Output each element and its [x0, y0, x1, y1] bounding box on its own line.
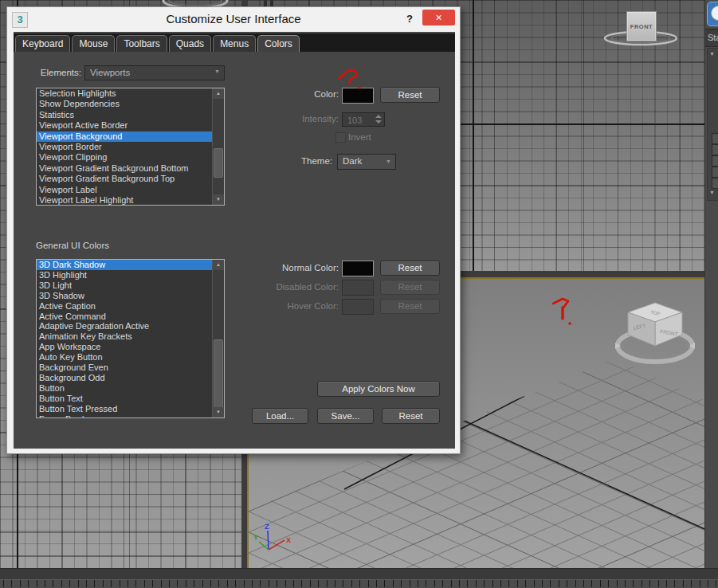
dialog-tabs: KeyboardMouseToolbarsQuadsMenusColors	[14, 33, 455, 52]
tick-mark	[327, 580, 328, 587]
timeline-bar[interactable]	[0, 568, 718, 588]
side-panel-label[interactable]: Sta	[705, 29, 718, 47]
reset-button[interactable]: Reset	[382, 408, 440, 424]
ui-color-item-active-command[interactable]: Active Command	[37, 312, 212, 322]
element-item-viewport-clipping[interactable]: Viewport Clipping	[37, 152, 212, 163]
color-swatch[interactable]	[342, 88, 374, 104]
tab-mouse[interactable]: Mouse	[72, 35, 115, 52]
element-item-viewport-label[interactable]: Viewport Label	[37, 185, 212, 195]
ui-color-item-app-workspace[interactable]: App Workspace	[37, 342, 212, 352]
tick-mark	[3, 580, 4, 587]
side-tab[interactable]	[712, 167, 718, 178]
scroll-down-icon[interactable]: ▼	[213, 407, 224, 417]
element-item-viewport-gradient-background-top[interactable]: Viewport Gradient Background Top	[37, 174, 212, 184]
tick-mark	[86, 580, 87, 587]
tab-toolbars[interactable]: Toolbars	[116, 35, 167, 52]
ui-color-item-3d-dark-shadow[interactable]: 3D Dark Shadow	[37, 260, 212, 270]
spinner-arrows-icon[interactable]	[375, 115, 382, 123]
side-tab[interactable]	[712, 178, 718, 189]
tick-mark	[144, 580, 145, 587]
tick-mark	[410, 580, 410, 587]
tick-mark	[227, 580, 228, 587]
help-button[interactable]: ?	[403, 11, 416, 27]
tick-mark	[128, 580, 128, 587]
general-ui-scrollbar[interactable]: ▲ ▼	[212, 260, 224, 417]
apply-colors-now-button[interactable]: Apply Colors Now	[317, 381, 440, 397]
tick-mark	[625, 580, 626, 587]
tick-mark	[633, 580, 634, 587]
tick-mark	[517, 580, 518, 587]
tick-mark	[152, 580, 153, 587]
ui-color-item-button-text[interactable]: Button Text	[37, 394, 212, 404]
element-item-selection-highlights[interactable]: Selection Highlights	[37, 88, 212, 99]
elements-list: Selection HighlightsShow DependenciesSta…	[37, 88, 212, 205]
ui-color-item-focus-border[interactable]: Focus Border	[37, 414, 212, 417]
tick-mark	[591, 580, 592, 587]
tick-mark	[567, 580, 567, 587]
tab-quads[interactable]: Quads	[169, 35, 211, 52]
ui-color-item-button-text-pressed[interactable]: Button Text Pressed	[37, 404, 212, 414]
close-button[interactable]: ✕	[422, 10, 455, 25]
side-tab[interactable]	[712, 155, 718, 167]
viewcube-3d[interactable]: TOP LEFT FRONT	[614, 296, 698, 370]
tab-colors[interactable]: Colors	[257, 35, 300, 52]
element-item-viewport-label-highlight[interactable]: Viewport Label Highlight	[37, 195, 212, 205]
chevron-down-icon[interactable]: ▼	[709, 190, 715, 195]
tick-mark	[583, 580, 584, 587]
tick-mark	[94, 580, 95, 587]
tick-mark	[708, 580, 708, 587]
tick-mark	[277, 580, 277, 587]
ui-color-item-animation-key-brackets[interactable]: Animation Key Brackets	[37, 331, 212, 342]
tick-mark	[700, 580, 700, 587]
load-button[interactable]: Load...	[252, 408, 308, 424]
tick-mark	[69, 580, 70, 587]
theme-dropdown[interactable]: Dark ▼	[337, 154, 396, 170]
ui-color-item-3d-light[interactable]: 3D Light	[37, 280, 212, 291]
track-bar-ticks[interactable]	[0, 579, 718, 588]
element-item-viewport-background[interactable]: Viewport Background	[37, 131, 212, 142]
tick-mark	[393, 580, 394, 587]
chevron-down-icon[interactable]: ▼	[709, 51, 715, 57]
ui-color-item-3d-highlight[interactable]: 3D Highlight	[37, 270, 212, 280]
element-item-viewport-gradient-background-bottom[interactable]: Viewport Gradient Background Bottom	[37, 163, 212, 174]
side-tab[interactable]	[712, 144, 718, 155]
ui-color-item-button[interactable]: Button	[37, 383, 212, 394]
theme-dropdown-value: Dark	[343, 156, 362, 166]
grid-line	[583, 0, 584, 271]
intensity-spinner[interactable]: 103	[342, 112, 385, 127]
tick-mark	[484, 580, 485, 587]
ui-color-item-auto-key-button[interactable]: Auto Key Button	[37, 352, 212, 363]
scroll-down-icon[interactable]: ▼	[213, 194, 224, 205]
viewcube-front[interactable]: FRONT	[626, 11, 657, 41]
scrollbar-thumb[interactable]	[214, 148, 223, 178]
ui-color-item-background-even[interactable]: Background Even	[37, 363, 212, 373]
tab-keyboard[interactable]: Keyboard	[15, 35, 70, 52]
side-tab[interactable]	[712, 133, 718, 144]
element-item-viewport-border[interactable]: Viewport Border	[37, 142, 212, 152]
normal-color-swatch[interactable]	[342, 261, 374, 276]
ui-color-item-background-odd[interactable]: Background Odd	[37, 373, 212, 383]
ui-color-item-3d-shadow[interactable]: 3D Shadow	[37, 291, 212, 301]
invert-checkbox[interactable]	[335, 132, 346, 143]
element-item-show-dependencies[interactable]: Show Dependencies	[37, 99, 212, 109]
save-button[interactable]: Save...	[317, 408, 374, 424]
dialog-titlebar[interactable]: 3 Customize User Interface ? ✕	[7, 7, 460, 32]
tab-menus[interactable]: Menus	[213, 35, 256, 52]
scroll-up-icon[interactable]: ▲	[213, 88, 224, 99]
customize-ui-dialog: 3 Customize User Interface ? ✕ KeyboardM…	[6, 6, 461, 454]
material-button[interactable]	[707, 2, 718, 26]
tick-mark	[451, 580, 452, 587]
color-reset-button[interactable]: Reset	[380, 87, 440, 103]
elements-scrollbar[interactable]: ▲ ▼	[212, 88, 224, 205]
3dsmax-application: FRONT TOP LEFT FRONT Z X Y	[0, 0, 718, 588]
element-item-statistics[interactable]: Statistics	[37, 110, 212, 120]
scrollbar-thumb[interactable]	[214, 339, 223, 409]
ui-color-item-adaptive-degradation-active[interactable]: Adaptive Degradation Active	[37, 321, 212, 331]
ui-color-item-active-caption[interactable]: Active Caption	[37, 301, 212, 312]
elements-dropdown[interactable]: Viewports ▼	[84, 65, 225, 80]
tick-mark	[20, 580, 21, 587]
element-item-viewport-active-border[interactable]: Viewport Active Border	[37, 120, 212, 131]
tick-mark	[442, 580, 443, 587]
scroll-up-icon[interactable]: ▲	[213, 260, 224, 270]
normal-color-reset-button[interactable]: Reset	[380, 261, 440, 276]
